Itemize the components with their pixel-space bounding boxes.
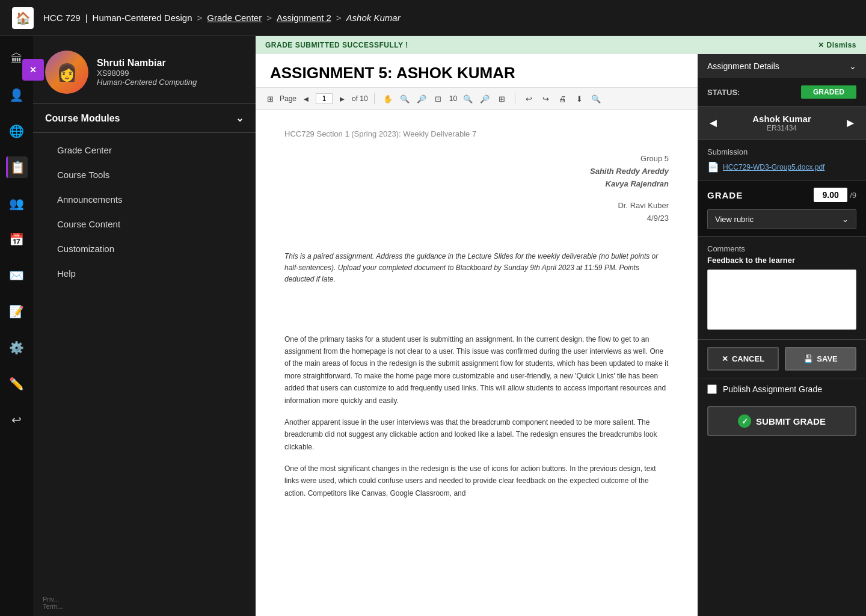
course-modules-toggle[interactable]: Course Modules ⌄	[33, 104, 256, 133]
check-circle-icon: ✓	[738, 414, 751, 428]
cancel-button[interactable]: ✕ CANCEL	[707, 347, 779, 371]
print-btn[interactable]: 🖨	[555, 91, 570, 106]
people-icon[interactable]: 👥	[6, 192, 28, 214]
tools-icon[interactable]: ⚙️	[6, 337, 28, 359]
calendar-icon[interactable]: 📅	[6, 229, 28, 250]
search-doc-btn[interactable]: 🔍	[589, 91, 603, 106]
zoom-out-btn2[interactable]: 🔎	[414, 91, 429, 106]
close-sidebar-button[interactable]: ×	[22, 59, 44, 81]
grade-input[interactable]	[814, 188, 847, 202]
sidebar-item-course-content[interactable]: Course Content	[33, 212, 256, 236]
zoom-percent: 10	[449, 94, 457, 103]
sidebar-item-announcements[interactable]: Announcements	[33, 187, 256, 212]
home-button[interactable]: 🏠	[12, 7, 34, 29]
list-icon[interactable]: 📝	[6, 301, 28, 322]
cancel-x-icon: ✕	[722, 354, 728, 363]
nav-items: Grade Center Course Tools Announcements …	[33, 133, 256, 291]
author2: Kavya Rajendran	[284, 178, 669, 191]
dismiss-button[interactable]: ✕ Dismiss	[818, 41, 856, 49]
submit-grade-button[interactable]: ✓ SUBMIT GRADE	[707, 406, 856, 436]
chevron-down-icon: ⌄	[849, 61, 856, 71]
save-button[interactable]: 💾 SAVE	[785, 347, 856, 371]
sidebar-item-customization[interactable]: Customization	[33, 236, 256, 261]
publish-row: Publish Assignment Grade	[698, 378, 866, 400]
sidebar-item-course-tools[interactable]: Course Tools	[33, 162, 256, 187]
publish-label[interactable]: Publish Assignment Grade	[723, 384, 822, 394]
body-paragraph-1: One of the primary tasks for a student u…	[284, 333, 669, 407]
breadcrumb-student: Ashok Kumar	[346, 13, 401, 23]
user-icon[interactable]: 👤	[6, 84, 28, 106]
cancel-label: CANCEL	[732, 354, 764, 363]
sidebar-footer: Priv... Term...	[43, 596, 63, 610]
next-page-btn[interactable]: ►	[335, 91, 349, 106]
fit-page-btn[interactable]: ⊡	[431, 91, 446, 106]
redo-btn[interactable]: ↪	[538, 91, 553, 106]
footer-terms: Term...	[43, 603, 63, 610]
thumbnail-view-btn[interactable]: ⊞	[263, 91, 277, 106]
globe-icon[interactable]: 🌐	[6, 120, 28, 142]
submission-section: Submission 📄 HCC729-WD3-Group5.docx.pdf	[698, 140, 866, 180]
status-label: STATUS:	[707, 88, 740, 97]
sep1: |	[85, 13, 88, 23]
user-profile: 👩 Shruti Nambiar XS98099 Human-Centered …	[33, 36, 256, 104]
doc-title: ASSIGNMENT 5: ASHOK KUMAR	[270, 64, 683, 82]
grade-label: GRADE	[707, 190, 743, 200]
doc-subtitle: HCC729 Section 1 (Spring 2023): Weekly D…	[284, 129, 669, 138]
view-rubric-button[interactable]: View rubric ⌄	[707, 209, 856, 229]
instructor-info: Dr. Ravi Kuber 4/9/23	[284, 200, 669, 225]
sidebar-item-help[interactable]: Help	[33, 261, 256, 286]
undo-btn[interactable]: ↩	[521, 91, 536, 106]
refresh-icon[interactable]: ↩	[6, 409, 28, 431]
right-panel: Assignment Details ⌄ STATUS: GRADED ◄ As…	[698, 54, 866, 616]
breadcrumb-assignment[interactable]: Assignment 2	[277, 13, 331, 23]
breadcrumb-grade-center[interactable]: Grade Center	[207, 13, 262, 23]
body-paragraph-3: One of the most significant changes in t…	[284, 463, 669, 499]
avatar: 👩	[45, 51, 88, 94]
edit-icon[interactable]: ✏️	[6, 373, 28, 395]
doc-date: 4/9/23	[284, 212, 669, 225]
toolbar-zoom-right: 🔍 🔎 ⊞	[461, 91, 509, 106]
mail-icon[interactable]: ✉️	[6, 265, 28, 286]
doc-toolbar: ⊞ Page ◄ ► of 10 ✋ 🔍 🔎 ⊡ 10	[256, 88, 698, 110]
page-number-input[interactable]	[316, 93, 333, 104]
success-message: GRADE SUBMITTED SUCCESSFULLY !	[265, 41, 408, 49]
body-paragraph-2: Another apparent issue in the user inter…	[284, 416, 669, 453]
doc-content: HCC729 Section 1 (Spring 2023): Weekly D…	[256, 110, 698, 616]
user-role: Human-Centered Computing	[97, 78, 197, 87]
assignment-details-header[interactable]: Assignment Details ⌄	[698, 54, 866, 78]
content-body: ASSIGNMENT 5: ASHOK KUMAR ⊞ Page ◄ ► of …	[256, 54, 866, 616]
success-banner: GRADE SUBMITTED SUCCESSFULLY ! ✕ Dismiss	[256, 36, 866, 54]
student-info: Ashok Kumar ER31434	[752, 114, 811, 132]
zoom-out-btn[interactable]: 🔍	[461, 91, 475, 106]
publish-checkbox[interactable]	[707, 384, 717, 394]
grade-row: GRADE /9	[707, 188, 856, 202]
document-panel: ASSIGNMENT 5: ASHOK KUMAR ⊞ Page ◄ ► of …	[256, 54, 698, 616]
zoom-in-btn2[interactable]: 🔎	[478, 91, 492, 106]
next-student-btn[interactable]: ►	[844, 116, 856, 130]
total-pages-label: of 10	[352, 94, 368, 103]
prev-student-btn[interactable]: ◄	[707, 116, 719, 130]
instructions-text: This is a paired assignment. Address the…	[284, 251, 669, 286]
submission-file-link[interactable]: HCC729-WD3-Group5.docx.pdf	[723, 163, 825, 171]
grade-section: GRADE /9 View rubric ⌄	[698, 180, 866, 237]
document-icon[interactable]: 📋	[6, 156, 28, 178]
comments-label: Comments	[707, 244, 856, 253]
toolbar-separator-1	[374, 93, 375, 104]
save-label: SAVE	[817, 354, 837, 363]
student-name: Ashok Kumar	[752, 114, 811, 124]
chevron-down-icon: ⌄	[236, 112, 244, 124]
breadcrumb: HCC 729 | Human-Centered Design > Grade …	[43, 13, 401, 23]
download-btn[interactable]: ⬇	[572, 91, 586, 106]
prev-page-btn[interactable]: ◄	[299, 91, 313, 106]
grade-value-wrap: /9	[814, 188, 856, 202]
zoom-in-btn[interactable]: 🔍	[398, 91, 412, 106]
user-id: XS98099	[97, 69, 197, 78]
course-name: Human-Centered Design	[93, 13, 192, 23]
group-info: Group 5 Sahith Reddy Areddy Kavya Rajend…	[284, 153, 669, 190]
sidebar-item-grade-center[interactable]: Grade Center	[33, 138, 256, 162]
zoom-fit-btn[interactable]: ⊞	[494, 91, 509, 106]
user-info: Shruti Nambiar XS98099 Human-Centered Co…	[97, 58, 197, 87]
feedback-textarea[interactable]	[707, 270, 856, 330]
pan-tool-btn[interactable]: ✋	[381, 91, 395, 106]
comments-section: Comments Feedback to the learner	[698, 237, 866, 340]
